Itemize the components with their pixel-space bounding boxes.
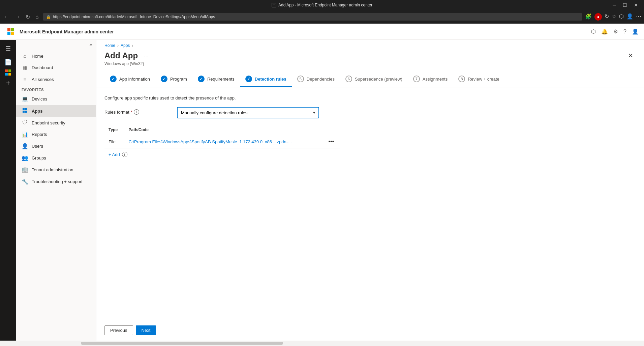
sidebar-item-troubleshooting[interactable]: 🔧 Troubleshooting + support: [16, 176, 96, 188]
row-path-link[interactable]: C:\Program Files\WindowsApps\SpotifyAB.S…: [128, 139, 292, 144]
breadcrumb-apps[interactable]: Apps: [121, 43, 130, 48]
tab-label-detection-rules: Detection rules: [255, 77, 286, 82]
wizard-tabs: ✓ App information ✓ Program ✓ Requiremen…: [96, 71, 644, 87]
add-info-icon[interactable]: i: [122, 152, 127, 157]
devices-icon: 💻: [22, 96, 28, 102]
help-icon[interactable]: ?: [623, 29, 626, 35]
extensions-icon[interactable]: 🧩: [585, 13, 592, 21]
sidebar-item-tenant-administration[interactable]: 🏢 Tenant administration: [16, 164, 96, 176]
maximize-btn[interactable]: ☐: [620, 2, 630, 8]
back-btn[interactable]: ←: [3, 12, 11, 21]
section-description: Configure app specific rules used to det…: [104, 95, 636, 100]
tab-app-information[interactable]: ✓ App information: [104, 71, 155, 87]
add-rule-link[interactable]: + Add: [109, 152, 120, 157]
sidebar-item-users[interactable]: 👤 Users: [16, 140, 96, 152]
sidebar-item-apps[interactable]: Apps: [16, 105, 96, 117]
rules-format-dropdown[interactable]: Manually configure detection rules ▾: [177, 107, 319, 118]
browser-toolbar-icons: 🧩 ● ↻ ☆ ⬡ 👤 ⋯: [585, 13, 641, 21]
tab-check-program: ✓: [161, 76, 167, 82]
title-tab: Add App - Microsoft Endpoint Manager adm…: [272, 3, 372, 7]
breadcrumb: Home › Apps ›: [96, 40, 644, 48]
tab-label-dependencies: Dependencies: [307, 77, 335, 82]
nav-hamburger-icon[interactable]: ☰: [2, 42, 14, 55]
sidebar-label-troubleshooting: Troubleshooting + support: [32, 179, 83, 184]
sidebar-label-groups: Groups: [32, 155, 46, 161]
sidebar-item-devices[interactable]: 💻 Devices: [16, 93, 96, 105]
tab-label-program: Program: [170, 77, 187, 82]
tab-check-app-information: ✓: [110, 76, 117, 82]
tab-circle-dependencies: 5: [297, 76, 304, 82]
tab-label-assignments: Assignments: [423, 77, 448, 82]
close-panel-button[interactable]: ✕: [625, 51, 636, 61]
sidebar-label-all-services: All services: [32, 77, 54, 82]
previous-button[interactable]: Previous: [104, 325, 133, 335]
sidebar-item-all-services[interactable]: ≡ All services: [16, 74, 96, 85]
groups-icon: 👥: [22, 155, 28, 161]
tab-requirements[interactable]: ✓ Requirements: [192, 71, 240, 87]
sidebar-item-home[interactable]: ⌂ Home: [16, 50, 96, 62]
more-options-button[interactable]: ...: [141, 51, 151, 60]
col-type: Type: [104, 125, 124, 135]
tab-icon: [272, 3, 276, 7]
rules-table-container: Type Path/Code File C:\P: [104, 125, 340, 161]
nav-document-icon[interactable]: 📄: [2, 56, 14, 68]
svg-rect-3: [25, 108, 27, 110]
sync-icon[interactable]: ↻: [605, 13, 609, 21]
add-row: + Add i: [104, 148, 340, 161]
lock-icon: 🔒: [46, 15, 51, 19]
user-profile-icon[interactable]: 👤: [626, 13, 633, 21]
tablet-icon[interactable]: ⬡: [591, 28, 596, 35]
nav-grid-icon[interactable]: [5, 69, 11, 76]
tab-supersedence[interactable]: 6 Supersedence (preview): [340, 71, 408, 87]
sidebar-item-reports[interactable]: 📊 Reports: [16, 128, 96, 140]
form-content: Configure app specific rules used to det…: [96, 87, 644, 320]
sidebar-item-groups[interactable]: 👥 Groups: [16, 152, 96, 164]
tab-label-supersedence: Supersedence (preview): [355, 77, 402, 82]
minimize-btn[interactable]: ─: [610, 2, 619, 8]
reports-icon: 📊: [22, 131, 28, 138]
scrollbar-thumb[interactable]: [81, 342, 283, 345]
user-icon[interactable]: 👤: [632, 28, 639, 35]
close-window-btn[interactable]: ✕: [631, 2, 641, 8]
rules-format-label: Rules format * i: [104, 107, 172, 115]
browser-chrome: Add App - Microsoft Endpoint Manager adm…: [0, 0, 644, 24]
app-title: Microsoft Endpoint Manager admin center: [20, 29, 114, 34]
browser-toolbar: ← → ↻ ⌂ 🔒 https://endpoint.microsoft.com…: [0, 10, 644, 24]
sidebar-label-dashboard: Dashboard: [32, 65, 53, 70]
tab-dependencies[interactable]: 5 Dependencies: [292, 71, 340, 87]
tab-program[interactable]: ✓ Program: [155, 71, 192, 87]
rules-table-header-row: Type Path/Code: [104, 125, 340, 135]
breadcrumb-sep2: ›: [132, 43, 133, 48]
svg-rect-2: [23, 108, 25, 110]
home-btn[interactable]: ⌂: [34, 12, 40, 21]
tab-detection-rules[interactable]: ✓ Detection rules: [240, 71, 292, 87]
reload-btn[interactable]: ↻: [24, 12, 31, 22]
profile-icon[interactable]: ●: [594, 13, 602, 21]
sidebar-collapse-btn[interactable]: «: [16, 40, 96, 50]
rules-format-info-icon[interactable]: i: [134, 109, 139, 115]
nav-plus-icon[interactable]: +: [2, 77, 14, 89]
sidebar-item-endpoint-security[interactable]: 🛡 Endpoint security: [16, 117, 96, 128]
row-ellipsis-btn[interactable]: •••: [328, 139, 334, 145]
tab-assignments[interactable]: 7 Assignments: [408, 71, 453, 87]
sidebar-label-apps: Apps: [32, 109, 43, 114]
tab-review-create[interactable]: 8 Review + create: [453, 71, 505, 87]
next-button[interactable]: Next: [136, 325, 156, 335]
collections-icon[interactable]: ⬡: [619, 13, 624, 21]
scroll-area: [0, 341, 644, 346]
sidebar-item-dashboard[interactable]: ▦ Dashboard: [16, 62, 96, 74]
gear-icon[interactable]: ⚙: [613, 28, 618, 35]
address-bar[interactable]: 🔒 https://endpoint.microsoft.com/#blade/…: [43, 13, 582, 21]
col-path-code: Path/Code: [124, 125, 324, 135]
notification-icon[interactable]: 🔔: [601, 28, 608, 35]
tab-label-review-create: Review + create: [468, 77, 499, 82]
page-title: Add App: [104, 51, 138, 60]
breadcrumb-home[interactable]: Home: [104, 43, 115, 48]
favorites-icon[interactable]: ☆: [612, 13, 616, 21]
settings-icon[interactable]: ⋯: [636, 13, 641, 21]
collapse-icon: «: [90, 42, 92, 48]
forward-btn[interactable]: →: [13, 12, 22, 21]
troubleshooting-icon: 🔧: [22, 178, 28, 185]
svg-rect-4: [23, 111, 25, 113]
top-bar: Microsoft Endpoint Manager admin center …: [0, 24, 644, 40]
